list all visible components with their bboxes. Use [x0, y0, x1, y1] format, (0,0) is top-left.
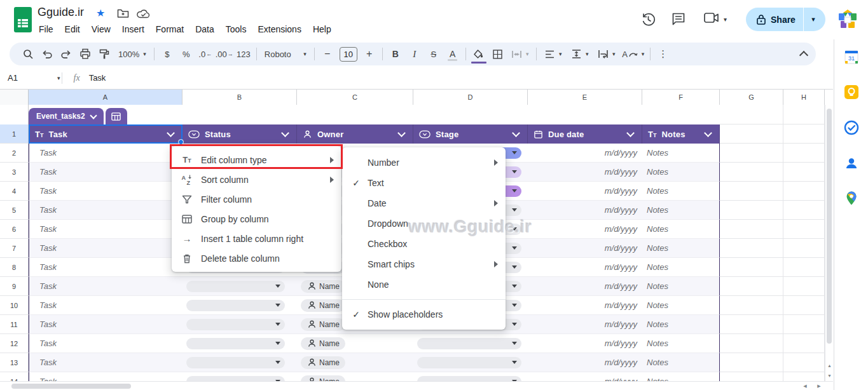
menu-item-group-by-column[interactable]: Group by column	[172, 209, 341, 229]
font-size-input[interactable]: 10	[340, 47, 357, 62]
merge-cells-button[interactable]: ▾	[507, 45, 533, 63]
scroll-down-icon[interactable]: ▼	[825, 370, 834, 380]
column-header-b[interactable]: B	[183, 90, 297, 105]
empty-cell[interactable]	[720, 124, 783, 144]
menu-extensions[interactable]: Extensions	[252, 22, 307, 36]
cell-status[interactable]	[183, 296, 297, 315]
font-family-select[interactable]: Roboto▾	[260, 45, 311, 63]
row-header-11[interactable]: 11	[0, 315, 29, 334]
empty-cell[interactable]	[783, 182, 825, 201]
menu-insert[interactable]: Insert	[116, 22, 150, 36]
percent-format-button[interactable]: %	[177, 45, 196, 63]
stage-dropdown[interactable]	[417, 338, 521, 349]
empty-cell[interactable]	[720, 334, 783, 353]
cell-stage[interactable]	[413, 353, 528, 372]
submenu-item-number[interactable]: Number	[342, 152, 506, 173]
cell-status[interactable]	[183, 353, 297, 372]
column-header-e[interactable]: E	[528, 90, 642, 105]
cell-notes[interactable]: Notes	[642, 182, 720, 201]
row-header-6[interactable]: 6	[0, 220, 29, 239]
cell-task[interactable]: Task	[29, 372, 183, 381]
empty-cell[interactable]	[720, 296, 783, 315]
undo-button[interactable]	[38, 45, 57, 63]
cell-notes[interactable]: Notes	[642, 163, 720, 182]
increase-decimal-button[interactable]: .00→	[215, 45, 234, 63]
cell-due-date[interactable]: m/d/yyyy	[528, 315, 642, 334]
row-header-12[interactable]: 12	[0, 334, 29, 353]
cell-notes[interactable]: Notes	[642, 372, 720, 381]
row-header-9[interactable]: 9	[0, 277, 29, 296]
menu-item-filter-column[interactable]: Filter column	[172, 189, 341, 209]
column-header-h[interactable]: H	[783, 90, 825, 105]
stage-dropdown[interactable]	[417, 376, 521, 382]
empty-cell[interactable]	[783, 353, 825, 372]
table-column-header-due-date[interactable]: Due date	[528, 124, 642, 144]
column-header-g[interactable]: G	[720, 90, 783, 105]
cell-notes[interactable]: Notes	[642, 353, 720, 372]
cell-task[interactable]: Task	[29, 239, 183, 258]
submenu-item-none[interactable]: None	[342, 274, 506, 295]
cell-task[interactable]: Task	[29, 296, 183, 315]
cell-task[interactable]: Task	[29, 201, 183, 220]
empty-cell[interactable]	[783, 315, 825, 334]
row-header-5[interactable]: 5	[0, 201, 29, 220]
row-header-14[interactable]: 14	[0, 372, 29, 381]
owner-name-chip[interactable]: Name	[301, 356, 345, 369]
row-header-3[interactable]: 3	[0, 163, 29, 182]
cell-due-date[interactable]: m/d/yyyy	[528, 277, 642, 296]
menu-help[interactable]: Help	[307, 22, 337, 36]
chevron-down-icon[interactable]	[281, 129, 289, 137]
borders-button[interactable]	[488, 45, 507, 63]
column-header-a[interactable]: A	[29, 90, 183, 105]
menu-tools[interactable]: Tools	[220, 22, 252, 36]
scroll-right-icon[interactable]: ▶	[814, 382, 824, 390]
cell-due-date[interactable]: m/d/yyyy	[528, 220, 642, 239]
meet-dropdown-caret[interactable]: ▾	[724, 16, 727, 23]
more-formats-button[interactable]: 123	[234, 45, 253, 63]
version-history-icon[interactable]	[641, 12, 656, 27]
submenu-item-show-placeholders[interactable]: ✓Show placeholders	[342, 304, 506, 325]
status-dropdown[interactable]	[186, 281, 285, 292]
print-button[interactable]	[76, 45, 95, 63]
owner-name-chip[interactable]: Name	[301, 375, 345, 382]
move-folder-icon[interactable]	[117, 8, 129, 18]
cell-status[interactable]	[183, 277, 297, 296]
submenu-item-checkbox[interactable]: Checkbox	[342, 234, 506, 254]
table-column-header-owner[interactable]: Owner	[297, 124, 413, 144]
cell-due-date[interactable]: m/d/yyyy	[528, 258, 642, 277]
chevron-down-icon[interactable]	[704, 129, 712, 137]
cell-task[interactable]: Task	[29, 182, 183, 201]
cell-due-date[interactable]: m/d/yyyy	[528, 182, 642, 201]
name-box[interactable]: A1	[0, 73, 53, 83]
status-dropdown[interactable]	[186, 376, 285, 382]
row-header-13[interactable]: 13	[0, 353, 29, 372]
cell-due-date[interactable]: m/d/yyyy	[528, 163, 642, 182]
status-dropdown[interactable]	[186, 319, 285, 330]
share-button[interactable]: Share ▾	[746, 8, 825, 31]
cell-status[interactable]	[183, 334, 297, 353]
table-column-header-task[interactable]: TTTask	[29, 124, 183, 144]
text-wrap-button[interactable]: ▾	[593, 45, 620, 63]
empty-cell[interactable]	[783, 220, 825, 239]
status-dropdown[interactable]	[186, 357, 285, 368]
calendar-app-icon[interactable]: 31	[844, 50, 859, 65]
cell-notes[interactable]: Notes	[642, 239, 720, 258]
cell-notes[interactable]: Notes	[642, 296, 720, 315]
chevron-down-icon[interactable]: ▾	[57, 75, 60, 81]
row-header-10[interactable]: 10	[0, 296, 29, 315]
cell-task[interactable]: Task	[29, 334, 183, 353]
empty-cell[interactable]	[720, 163, 783, 182]
cell-task[interactable]: Task	[29, 315, 183, 334]
empty-cell[interactable]	[783, 296, 825, 315]
cell-due-date[interactable]: m/d/yyyy	[528, 201, 642, 220]
submenu-item-date[interactable]: Date	[342, 193, 506, 213]
empty-cell[interactable]	[783, 277, 825, 296]
chevron-down-icon[interactable]	[626, 129, 635, 137]
owner-name-chip[interactable]: Name	[301, 299, 345, 312]
cell-notes[interactable]: Notes	[642, 144, 720, 163]
formula-input[interactable]: Task	[89, 73, 833, 83]
column-header-c[interactable]: C	[297, 90, 413, 105]
submenu-item-text[interactable]: ✓Text	[342, 173, 506, 193]
cell-status[interactable]	[183, 372, 297, 381]
empty-cell[interactable]	[783, 201, 825, 220]
